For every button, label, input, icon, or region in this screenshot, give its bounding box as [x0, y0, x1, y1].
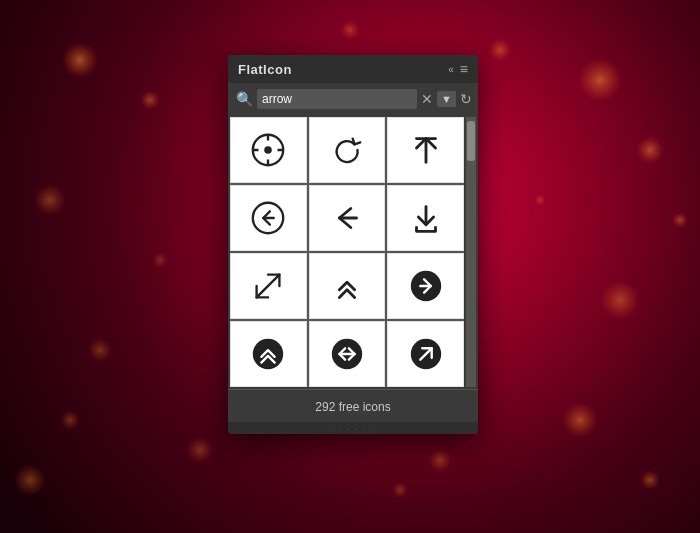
search-icon: 🔍	[236, 91, 253, 107]
titlebar: FlatIcon « ≡	[228, 55, 478, 83]
svg-point-1	[265, 146, 273, 154]
icon-cell-download[interactable]	[387, 185, 464, 251]
icon-cell-chevrons-up-circle[interactable]	[230, 321, 307, 387]
scrollbar-thumb[interactable]	[467, 121, 475, 161]
panel-footer: 292 free icons	[228, 389, 478, 422]
icon-cell-arrow-left-circle[interactable]	[230, 185, 307, 251]
search-dropdown-button[interactable]: ▼	[437, 91, 456, 107]
svg-line-12	[257, 275, 280, 298]
scrollbar-track[interactable]	[466, 117, 476, 387]
svg-point-15	[253, 339, 283, 369]
free-icons-label: 292 free icons	[315, 400, 390, 414]
icon-cell-arrow-left[interactable]	[309, 185, 386, 251]
icon-cell-resize[interactable]	[230, 253, 307, 319]
icon-cell-target[interactable]	[230, 117, 307, 183]
icon-cell-arrow-up-right-circle[interactable]	[387, 321, 464, 387]
panel-title: FlatIcon	[238, 62, 292, 77]
icon-grid-wrapper	[228, 115, 478, 389]
search-clear-button[interactable]: ✕	[421, 91, 433, 107]
bottom-dots: · · · · · ·	[330, 424, 376, 433]
search-bar: 🔍 ✕ ▼ ↻	[228, 83, 478, 115]
flaticon-panel: FlatIcon « ≡ 🔍 ✕ ▼ ↻	[228, 55, 478, 434]
titlebar-right: « ≡	[448, 61, 468, 77]
search-input[interactable]	[257, 89, 417, 109]
icon-cell-arrow-swap[interactable]	[309, 321, 386, 387]
icon-grid	[230, 117, 464, 387]
icon-cell-chevrons-up[interactable]	[309, 253, 386, 319]
icon-cell-refresh[interactable]	[309, 117, 386, 183]
icon-cell-arrow-up-bar[interactable]	[387, 117, 464, 183]
search-refresh-button[interactable]: ↻	[460, 91, 472, 107]
collapse-icon[interactable]: «	[448, 64, 454, 75]
icon-cell-arrow-right-circle[interactable]	[387, 253, 464, 319]
menu-icon[interactable]: ≡	[460, 61, 468, 77]
panel-bottom-bar: · · · · · ·	[228, 422, 478, 434]
